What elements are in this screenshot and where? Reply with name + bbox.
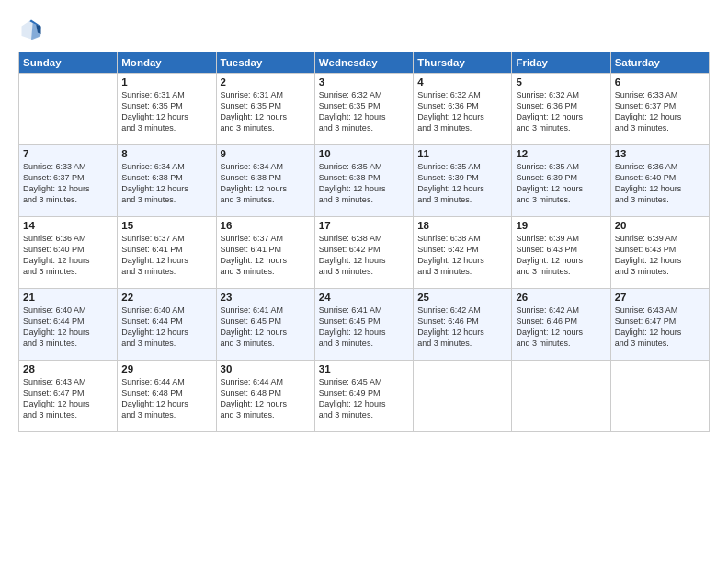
daylight-text-line1: Daylight: 12 hours	[516, 183, 606, 194]
sunset-text: Sunset: 6:47 PM	[615, 316, 705, 327]
daylight-text-line2: and 3 minutes.	[615, 122, 705, 133]
day-info: Sunrise: 6:38 AMSunset: 6:42 PMDaylight:…	[417, 233, 507, 278]
calendar-cell: 6Sunrise: 6:33 AMSunset: 6:37 PMDaylight…	[610, 74, 709, 145]
daylight-text-line1: Daylight: 12 hours	[23, 398, 113, 409]
daylight-text-line1: Daylight: 12 hours	[121, 398, 211, 409]
weekday-header-monday: Monday	[118, 52, 216, 74]
day-info: Sunrise: 6:32 AMSunset: 6:36 PMDaylight:…	[516, 89, 606, 134]
calendar-cell	[610, 361, 709, 432]
calendar-cell: 25Sunrise: 6:42 AMSunset: 6:46 PMDayligh…	[414, 289, 512, 361]
sunrise-text: Sunrise: 6:45 AM	[319, 376, 409, 387]
sunset-text: Sunset: 6:36 PM	[516, 100, 606, 111]
day-number: 29	[121, 363, 211, 374]
sunrise-text: Sunrise: 6:31 AM	[121, 89, 211, 100]
sunset-text: Sunset: 6:35 PM	[121, 100, 211, 111]
calendar-cell: 12Sunrise: 6:35 AMSunset: 6:39 PMDayligh…	[512, 145, 610, 217]
day-number: 31	[319, 363, 409, 374]
daylight-text-line2: and 3 minutes.	[417, 194, 507, 205]
calendar-cell: 11Sunrise: 6:35 AMSunset: 6:39 PMDayligh…	[414, 145, 512, 217]
calendar-cell	[512, 361, 610, 432]
sunrise-text: Sunrise: 6:44 AM	[121, 376, 211, 387]
day-info: Sunrise: 6:38 AMSunset: 6:42 PMDaylight:…	[319, 233, 409, 278]
sunset-text: Sunset: 6:45 PM	[319, 316, 409, 327]
daylight-text-line1: Daylight: 12 hours	[319, 255, 409, 266]
calendar-cell: 19Sunrise: 6:39 AMSunset: 6:43 PMDayligh…	[512, 217, 610, 289]
daylight-text-line2: and 3 minutes.	[121, 122, 211, 133]
day-info: Sunrise: 6:39 AMSunset: 6:43 PMDaylight:…	[516, 233, 606, 278]
sunset-text: Sunset: 6:35 PM	[221, 100, 311, 111]
calendar-cell: 1Sunrise: 6:31 AMSunset: 6:35 PMDaylight…	[118, 74, 216, 145]
sunrise-text: Sunrise: 6:37 AM	[121, 233, 211, 244]
daylight-text-line2: and 3 minutes.	[121, 266, 211, 277]
sunset-text: Sunset: 6:39 PM	[516, 172, 606, 183]
day-number: 10	[319, 148, 409, 159]
daylight-text-line2: and 3 minutes.	[319, 266, 409, 277]
daylight-text-line1: Daylight: 12 hours	[121, 255, 211, 266]
day-number: 23	[221, 292, 311, 303]
daylight-text-line1: Daylight: 12 hours	[516, 255, 606, 266]
calendar-cell: 21Sunrise: 6:40 AMSunset: 6:44 PMDayligh…	[19, 289, 118, 361]
daylight-text-line1: Daylight: 12 hours	[221, 111, 311, 122]
daylight-text-line2: and 3 minutes.	[319, 194, 409, 205]
daylight-text-line1: Daylight: 12 hours	[221, 398, 311, 409]
day-info: Sunrise: 6:44 AMSunset: 6:48 PMDaylight:…	[221, 376, 311, 421]
day-info: Sunrise: 6:42 AMSunset: 6:46 PMDaylight:…	[417, 304, 507, 350]
daylight-text-line1: Daylight: 12 hours	[319, 398, 409, 409]
sunrise-text: Sunrise: 6:44 AM	[221, 376, 311, 387]
sunrise-text: Sunrise: 6:42 AM	[516, 304, 606, 316]
calendar-cell: 15Sunrise: 6:37 AMSunset: 6:41 PMDayligh…	[118, 217, 216, 289]
sunset-text: Sunset: 6:44 PM	[23, 316, 113, 327]
day-number: 28	[23, 363, 113, 374]
sunset-text: Sunset: 6:38 PM	[121, 172, 211, 183]
daylight-text-line1: Daylight: 12 hours	[319, 183, 409, 194]
daylight-text-line2: and 3 minutes.	[516, 338, 606, 349]
day-info: Sunrise: 6:35 AMSunset: 6:38 PMDaylight:…	[319, 161, 409, 206]
daylight-text-line1: Daylight: 12 hours	[615, 183, 705, 194]
daylight-text-line2: and 3 minutes.	[221, 409, 311, 420]
sunset-text: Sunset: 6:40 PM	[23, 244, 113, 255]
sunrise-text: Sunrise: 6:32 AM	[516, 89, 606, 100]
sunrise-text: Sunrise: 6:35 AM	[319, 161, 409, 172]
sunrise-text: Sunrise: 6:34 AM	[221, 161, 311, 172]
sunset-text: Sunset: 6:37 PM	[23, 172, 113, 183]
daylight-text-line1: Daylight: 12 hours	[516, 111, 606, 122]
calendar-cell: 30Sunrise: 6:44 AMSunset: 6:48 PMDayligh…	[216, 361, 314, 432]
calendar-cell: 31Sunrise: 6:45 AMSunset: 6:49 PMDayligh…	[314, 361, 413, 432]
sunset-text: Sunset: 6:35 PM	[319, 100, 409, 111]
day-info: Sunrise: 6:33 AMSunset: 6:37 PMDaylight:…	[23, 161, 113, 206]
sunset-text: Sunset: 6:42 PM	[417, 244, 507, 255]
day-number: 22	[121, 292, 211, 303]
day-info: Sunrise: 6:34 AMSunset: 6:38 PMDaylight:…	[221, 161, 311, 206]
weekday-header-saturday: Saturday	[610, 52, 709, 74]
daylight-text-line1: Daylight: 12 hours	[23, 327, 113, 338]
calendar-cell: 4Sunrise: 6:32 AMSunset: 6:36 PMDaylight…	[414, 74, 512, 145]
daylight-text-line1: Daylight: 12 hours	[615, 111, 705, 122]
weekday-header-sunday: Sunday	[19, 52, 118, 74]
sunset-text: Sunset: 6:38 PM	[221, 172, 311, 183]
calendar-cell: 10Sunrise: 6:35 AMSunset: 6:38 PMDayligh…	[314, 145, 413, 217]
sunset-text: Sunset: 6:44 PM	[121, 316, 211, 327]
sunset-text: Sunset: 6:41 PM	[221, 244, 311, 255]
day-info: Sunrise: 6:39 AMSunset: 6:43 PMDaylight:…	[615, 233, 705, 278]
day-number: 15	[121, 220, 211, 231]
logo-icon	[18, 17, 44, 42]
calendar-cell: 24Sunrise: 6:41 AMSunset: 6:45 PMDayligh…	[314, 289, 413, 361]
daylight-text-line2: and 3 minutes.	[221, 194, 311, 205]
daylight-text-line2: and 3 minutes.	[516, 266, 606, 277]
daylight-text-line1: Daylight: 12 hours	[121, 111, 211, 122]
daylight-text-line1: Daylight: 12 hours	[221, 255, 311, 266]
daylight-text-line1: Daylight: 12 hours	[417, 255, 507, 266]
calendar-week-row: 14Sunrise: 6:36 AMSunset: 6:40 PMDayligh…	[19, 217, 710, 289]
daylight-text-line2: and 3 minutes.	[417, 122, 507, 133]
calendar-week-row: 7Sunrise: 6:33 AMSunset: 6:37 PMDaylight…	[19, 145, 710, 217]
day-info: Sunrise: 6:37 AMSunset: 6:41 PMDaylight:…	[221, 233, 311, 278]
sunrise-text: Sunrise: 6:35 AM	[516, 161, 606, 172]
day-number: 2	[221, 76, 311, 87]
day-info: Sunrise: 6:36 AMSunset: 6:40 PMDaylight:…	[23, 233, 113, 278]
day-number: 4	[417, 76, 507, 87]
page: SundayMondayTuesdayWednesdayThursdayFrid…	[0, 0, 728, 563]
daylight-text-line2: and 3 minutes.	[23, 338, 113, 349]
calendar-cell: 26Sunrise: 6:42 AMSunset: 6:46 PMDayligh…	[512, 289, 610, 361]
day-info: Sunrise: 6:34 AMSunset: 6:38 PMDaylight:…	[121, 161, 211, 206]
day-info: Sunrise: 6:43 AMSunset: 6:47 PMDaylight:…	[615, 304, 705, 350]
